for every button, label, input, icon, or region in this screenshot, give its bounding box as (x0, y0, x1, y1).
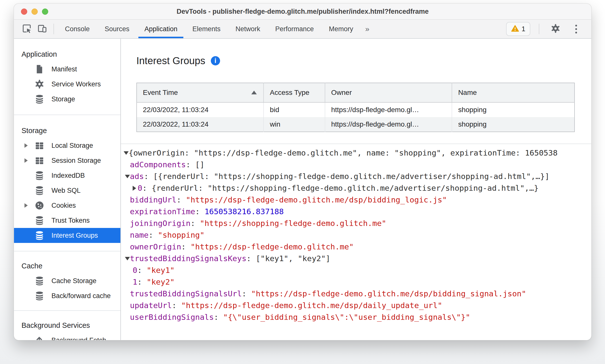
fetch-icon (34, 335, 44, 340)
table-header-row: Event TimeAccess TypeOwnerName (137, 83, 575, 102)
cookie-icon (34, 200, 44, 210)
sidebar-section: StorageLocal StorageSession StorageIndex… (14, 115, 120, 251)
tab-elements[interactable]: Elements (185, 20, 228, 38)
json-plain: : (181, 242, 190, 251)
tree-row[interactable]: trustedBiddingSignalsUrl: "https://dsp-f… (121, 288, 591, 300)
sidebar-item-label: Cookies (51, 202, 76, 209)
tree-row[interactable]: ownerOrigin: "https://dsp-fledge-demo.gl… (121, 241, 591, 253)
json-plain: : (195, 207, 204, 216)
tab-performance[interactable]: Performance (268, 20, 321, 38)
tree-row[interactable]: {ownerOrigin: "https://dsp-fledge-demo.g… (121, 147, 591, 159)
tree-row[interactable]: biddingUrl: "https://dsp-fledge-demo.gli… (121, 194, 591, 206)
json-key: userBiddingSignals (130, 313, 214, 322)
table-row[interactable]: 22/03/2022, 11:03:24bidhttps://dsp-fledg… (137, 102, 575, 117)
table-cell: bid (264, 102, 325, 117)
json-string: "https://dsp-fledge-demo.glitch.me/dsp/d… (181, 301, 442, 310)
sidebar: ApplicationManifestService WorkersStorag… (14, 39, 121, 340)
warning-badge[interactable]: 1 (506, 22, 530, 36)
sidebar-item-cache-storage[interactable]: Cache Storage (14, 273, 120, 288)
events-table: Event TimeAccess TypeOwnerName 22/03/202… (136, 83, 575, 132)
sidebar-section: Background ServicesBackground Fetch (14, 311, 120, 340)
table-body: 22/03/2022, 11:03:24bidhttps://dsp-fledg… (137, 102, 575, 132)
expand-right-icon[interactable] (133, 186, 136, 191)
sidebar-item-back-forward-cache[interactable]: Back/forward cache (14, 288, 120, 303)
inspect-element-button[interactable] (19, 20, 34, 38)
sidebar-item-service-workers[interactable]: Service Workers (14, 77, 120, 92)
expand-down-icon[interactable] (124, 151, 129, 155)
sidebar-item-label: Background Fetch (51, 337, 106, 340)
tab-network[interactable]: Network (228, 20, 268, 38)
expand-right-icon[interactable] (24, 203, 34, 208)
expand-right-icon[interactable] (24, 143, 34, 148)
device-toolbar-icon (37, 23, 47, 34)
sidebar-item-storage[interactable]: Storage (14, 92, 120, 107)
json-plain: : (149, 230, 158, 239)
more-tabs-button[interactable]: » (361, 20, 374, 38)
json-key: biddingUrl (130, 195, 177, 204)
info-icon[interactable]: i (211, 56, 220, 65)
sidebar-item-cookies[interactable]: Cookies (14, 198, 120, 213)
json-key: 0 (133, 266, 137, 275)
json-string: "https://dsp-fledge-demo.glitch.me" (191, 242, 354, 251)
tree-row[interactable]: ads: [{renderUrl: "https://shopping-fled… (121, 171, 591, 182)
column-label: Owner (331, 89, 352, 96)
json-key: ownerOrigin (130, 242, 181, 251)
sidebar-item-background-fetch[interactable]: Background Fetch (14, 333, 120, 340)
tab-memory[interactable]: Memory (321, 20, 361, 38)
sidebar-item-local-storage[interactable]: Local Storage (14, 138, 120, 153)
column-header-event-time[interactable]: Event Time (137, 83, 264, 102)
customize-devtools-button[interactable] (568, 25, 584, 33)
table-icon (34, 141, 44, 151)
json-key: joiningOrigin (130, 219, 191, 228)
column-header-access-type[interactable]: Access Type (264, 83, 325, 102)
table-cell: 22/03/2022, 11:03:24 (137, 117, 264, 132)
table-row[interactable]: 22/03/2022, 11:03:24winhttps://dsp-fledg… (137, 117, 575, 132)
toolbar-right-group: 1 (506, 20, 591, 38)
json-plain: : [{renderUrl: "https://shopping-fledge-… (144, 172, 550, 181)
tree-row[interactable]: 0: "key1" (121, 264, 591, 276)
expand-down-icon[interactable] (125, 257, 130, 260)
sidebar-item-interest-groups[interactable]: Interest Groups (14, 228, 120, 243)
sidebar-item-label: Service Workers (51, 80, 101, 88)
tree-row[interactable]: expirationTime: 1650538216.837188 (121, 206, 591, 217)
inspect-cursor-icon (22, 23, 32, 34)
json-string: "https://dsp-fledge-demo.glitch.me/dsp/b… (251, 289, 526, 298)
tree-row[interactable]: userBiddingSignals: "{\"user_bidding_sig… (121, 311, 591, 323)
sidebar-item-label: Trust Tokens (51, 217, 90, 224)
file-icon (34, 64, 44, 74)
json-string: "https://shopping-fledge-demo.glitch.me" (200, 219, 386, 228)
sidebar-item-label: IndexedDB (51, 172, 85, 180)
json-number: 1650538216.837188 (205, 207, 284, 216)
sidebar-item-web-sql[interactable]: Web SQL (14, 183, 120, 198)
page-title: Interest Groups (136, 55, 205, 66)
sidebar-item-indexeddb[interactable]: IndexedDB (14, 168, 120, 183)
tree-row[interactable]: updateUrl: "https://dsp-fledge-demo.glit… (121, 300, 591, 311)
table-icon (34, 156, 44, 166)
json-plain: : (214, 313, 223, 322)
toggle-device-toolbar-button[interactable] (34, 20, 50, 38)
tree-row[interactable]: 0: {renderUrl: "https://shopping-fledge-… (121, 182, 591, 194)
sidebar-item-label: Back/forward cache (51, 292, 111, 300)
database-icon (34, 185, 44, 195)
expand-down-icon[interactable] (125, 175, 130, 178)
sidebar-section-title: Cache (14, 258, 120, 273)
column-header-name[interactable]: Name (452, 83, 575, 102)
sidebar-item-label: Interest Groups (51, 232, 98, 239)
tree-row[interactable]: adComponents: [] (121, 159, 591, 171)
database-icon (34, 215, 44, 225)
sidebar-item-session-storage[interactable]: Session Storage (14, 153, 120, 168)
tree-row[interactable]: trustedBiddingSignalsKeys: ["key1", "key… (121, 253, 591, 264)
column-header-owner[interactable]: Owner (325, 83, 452, 102)
tree-row[interactable]: joiningOrigin: "https://shopping-fledge-… (121, 217, 591, 229)
sidebar-item-manifest[interactable]: Manifest (14, 62, 120, 77)
settings-button[interactable] (548, 23, 563, 34)
tab-application[interactable]: Application (137, 20, 185, 38)
tab-console[interactable]: Console (57, 20, 97, 38)
database-icon (34, 291, 44, 301)
sidebar-item-trust-tokens[interactable]: Trust Tokens (14, 213, 120, 228)
tree-row[interactable]: name: "shopping" (121, 229, 591, 241)
expand-right-icon[interactable] (24, 158, 34, 163)
tree-row[interactable]: 1: "key2" (121, 276, 591, 288)
warning-count: 1 (522, 25, 525, 33)
tab-sources[interactable]: Sources (97, 20, 137, 38)
